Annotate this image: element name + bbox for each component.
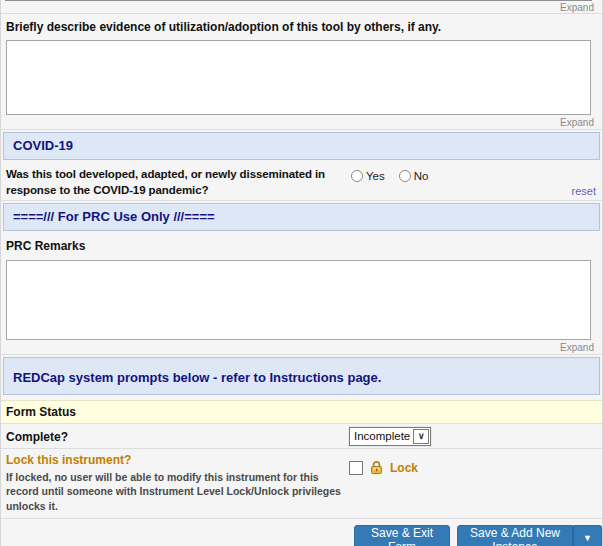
- lock-checkbox-label: Lock: [390, 461, 418, 475]
- radio-option-no[interactable]: No: [399, 170, 429, 182]
- radio-yes-label: Yes: [366, 170, 385, 182]
- covid-section-header: COVID-19: [3, 132, 600, 160]
- prc-section-header: ====/// For PRC Use Only ///====: [3, 203, 600, 231]
- prc-remarks-label: PRC Remarks: [1, 237, 602, 259]
- save-add-new-instance-button[interactable]: Save & Add New Instance: [457, 525, 573, 546]
- form-status-label: Form Status: [1, 401, 602, 423]
- lock-label-col: Lock this instrument? If locked, no user…: [1, 453, 349, 513]
- save-exit-button[interactable]: Save & Exit Form: [354, 525, 450, 546]
- lock-checkbox[interactable]: [349, 461, 363, 475]
- previous-field-expand-link[interactable]: Expand: [1, 0, 602, 14]
- lock-row: Lock this instrument? If locked, no user…: [1, 449, 602, 519]
- system-prompts-header: REDCap system prompts below - refer to I…: [3, 357, 600, 395]
- radio-yes-icon[interactable]: [351, 170, 363, 182]
- radio-option-yes[interactable]: Yes: [351, 170, 385, 182]
- caret-down-icon: ▼: [583, 533, 592, 543]
- chevron-down-icon[interactable]: ∨: [413, 429, 429, 444]
- evidence-field-label: Briefly describe evidence of utilization…: [1, 18, 602, 40]
- covid-question-label: Was this tool developed, adapted, or new…: [1, 167, 351, 198]
- covid-radio-group: Yes No: [351, 170, 428, 182]
- evidence-expand-link[interactable]: Expand: [1, 115, 602, 129]
- previous-textarea-bottom-edge: [5, 0, 592, 1]
- covid-section-header-row: COVID-19: [1, 130, 602, 162]
- prc-remarks-textarea[interactable]: [6, 260, 591, 340]
- evidence-field-row: Briefly describe evidence of utilization…: [1, 14, 602, 130]
- save-options-dropdown-toggle[interactable]: ▼: [573, 525, 602, 546]
- lock-controls: Lock: [349, 453, 418, 513]
- save-add-split-button: Save & Add New Instance ▼: [457, 525, 602, 546]
- lock-title: Lock this instrument?: [6, 453, 349, 470]
- covid-question-row: Was this tool developed, adapted, or new…: [1, 162, 602, 201]
- lock-note: If locked, no user will be able to modif…: [6, 470, 341, 513]
- complete-select-value: Incomplete: [354, 430, 412, 442]
- prc-remarks-expand-link[interactable]: Expand: [1, 340, 602, 354]
- evidence-textarea[interactable]: [6, 40, 591, 115]
- complete-label-col: Complete?: [1, 427, 349, 445]
- reset-link[interactable]: reset: [572, 185, 596, 197]
- form-status-row: Form Status: [1, 400, 602, 424]
- system-prompts-header-row: REDCap system prompts below - refer to I…: [1, 355, 602, 400]
- lock-icon: [369, 460, 384, 479]
- complete-select[interactable]: Incomplete ∨: [349, 427, 431, 446]
- redcap-data-entry-form: Expand Briefly describe evidence of util…: [0, 0, 603, 546]
- save-buttons-row: Save & Exit Form Save & Add New Instance…: [1, 519, 602, 546]
- radio-no-label: No: [414, 170, 429, 182]
- previous-field-row: Expand: [1, 0, 602, 14]
- prc-section-header-row: ====/// For PRC Use Only ///====: [1, 201, 602, 233]
- radio-no-icon[interactable]: [399, 170, 411, 182]
- complete-label: Complete?: [6, 430, 68, 444]
- complete-row: Complete? Incomplete ∨: [1, 424, 602, 449]
- prc-remarks-row: PRC Remarks Expand: [1, 233, 602, 354]
